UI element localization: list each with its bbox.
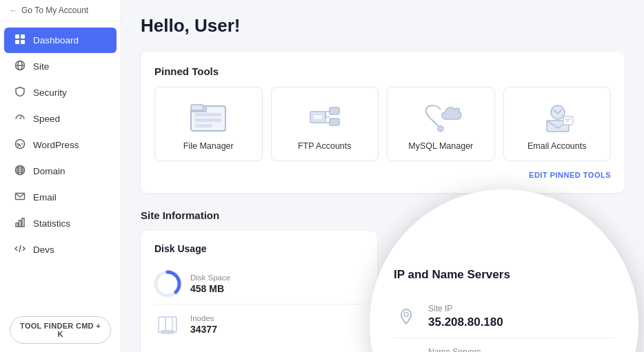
sidebar-item-site-label: Site [33,61,49,72]
mysql-manager-icon [420,100,461,134]
svg-rect-15 [19,220,21,227]
svg-rect-21 [195,118,221,122]
sidebar-item-security-label: Security [33,87,67,98]
ip-card-container: IP and Name Servers Site IP 35.208.80.18… [388,231,625,352]
ftp-accounts-label: FTP Accounts [298,141,352,151]
site-ip-icon [394,304,419,329]
speed-icon [14,112,26,125]
disk-space-label: Disk Space [190,273,230,282]
svg-rect-0 [15,34,19,39]
tool-finder-button[interactable]: TOOL FINDER CMD + K [10,316,111,344]
svg-rect-42 [165,317,172,332]
sidebar-item-domain[interactable]: Domain [4,158,117,184]
svg-point-44 [404,312,408,316]
tool-mysql-manager[interactable]: MySQL Manager [387,87,495,161]
sidebar-item-domain-label: Domain [33,166,66,176]
sidebar-bottom: TOOL FINDER CMD + K [0,308,121,352]
svg-line-17 [19,245,21,252]
svg-rect-25 [313,114,323,120]
inodes-label: Inodes [190,314,217,322]
svg-point-32 [438,126,443,132]
back-arrow-icon: ← [10,6,17,14]
svg-point-33 [551,105,565,119]
sidebar-item-wordpress[interactable]: WordPress [4,132,117,158]
site-ip-row: Site IP 35.208.80.180 [394,296,614,338]
inodes-info: Inodes 34377 [190,314,217,335]
site-ip-value: 35.208.80.180 [428,315,503,329]
domain-icon [14,165,26,178]
disk-space-icon [154,271,181,297]
svg-rect-41 [159,317,165,332]
sidebar-item-dashboard-label: Dashboard [33,35,79,45]
svg-rect-2 [15,40,19,44]
svg-rect-23 [191,105,203,110]
svg-rect-1 [21,34,25,39]
svg-rect-20 [195,113,221,116]
file-manager-icon [188,100,229,134]
sidebar-item-speed-label: Speed [33,114,60,124]
go-to-account-link[interactable]: ← Go To My Account [0,0,121,21]
sidebar-nav: Dashboard Site Security Speed WordPress [0,21,121,308]
svg-rect-35 [563,116,573,125]
sidebar-item-devs[interactable]: Devs [4,237,117,262]
ip-section-title: IP and Name Servers [394,268,510,282]
name-servers-icon [394,346,419,352]
email-accounts-label: Email Accounts [527,141,586,151]
inodes-value: 34377 [190,324,217,335]
sidebar-item-devs-label: Devs [33,245,54,255]
go-to-account-label: Go To My Account [21,6,88,15]
svg-rect-16 [22,218,24,227]
email-accounts-icon [536,100,578,134]
sidebar-item-wordpress-label: WordPress [33,140,79,150]
site-ip-info: Site IP 35.208.80.180 [428,304,503,329]
security-icon [14,86,26,99]
svg-rect-43 [161,331,174,333]
tool-ftp-accounts[interactable]: FTP Accounts [271,87,379,161]
svg-rect-40 [159,317,177,332]
svg-rect-30 [330,118,339,125]
sidebar-item-email-label: Email [33,192,57,203]
site-info-section: Site Information Disk Usage Disk Space 4… [141,209,625,352]
tool-file-manager[interactable]: File Manager [154,87,263,161]
disk-space-info: Disk Space 458 MB [190,273,230,294]
svg-rect-26 [330,107,339,114]
sidebar: ← Go To My Account Dashboard Site Securi… [0,0,121,352]
edit-pinned-tools-button[interactable]: EDIT PINNED TOOLS [154,171,611,179]
sidebar-item-email[interactable]: Email [4,185,117,210]
inodes-row: Inodes 34377 [154,304,363,344]
tool-email-accounts[interactable]: Email Accounts [503,87,612,161]
devs-icon [14,243,26,256]
disk-usage-title: Disk Usage [154,243,363,254]
name-servers-info: Name Servers ns1.siteground.net [428,347,521,352]
name-servers-row: Name Servers ns1.siteground.net [394,338,614,352]
sidebar-item-security[interactable]: Security [4,80,117,105]
sidebar-item-statistics-label: Statistics [33,218,70,229]
name-servers-label: Name Servers [428,347,521,352]
svg-rect-22 [195,124,212,127]
sidebar-item-statistics[interactable]: Statistics [4,211,117,236]
mysql-manager-label: MySQL Manager [408,141,473,151]
tools-grid: File Manager FTP Accounts [154,87,611,161]
inodes-icon [154,311,181,338]
site-info-grid: Disk Usage Disk Space 458 MB [141,231,625,352]
sidebar-item-speed[interactable]: Speed [4,106,117,132]
svg-rect-14 [16,223,18,227]
pinned-tools-card: Pinned Tools File Manager [141,52,625,193]
svg-rect-3 [21,40,25,44]
disk-usage-card: Disk Usage Disk Space 458 MB [141,231,377,352]
email-icon [14,191,26,204]
statistics-icon [14,217,26,230]
pinned-tools-title: Pinned Tools [154,65,611,77]
main-content: Hello, User! Pinned Tools File Manager [121,0,644,352]
disk-space-row: Disk Space 458 MB [154,264,363,304]
disk-space-value: 458 MB [190,283,230,294]
sidebar-item-site[interactable]: Site [4,54,117,79]
site-icon [14,60,26,73]
wordpress-icon [14,138,26,152]
ftp-accounts-icon [304,100,345,134]
site-ip-label: Site IP [428,304,503,313]
page-title: Hello, User! [141,15,625,37]
sidebar-item-dashboard[interactable]: Dashboard [4,28,117,53]
file-manager-label: File Manager [183,141,234,151]
dashboard-icon [14,34,26,47]
